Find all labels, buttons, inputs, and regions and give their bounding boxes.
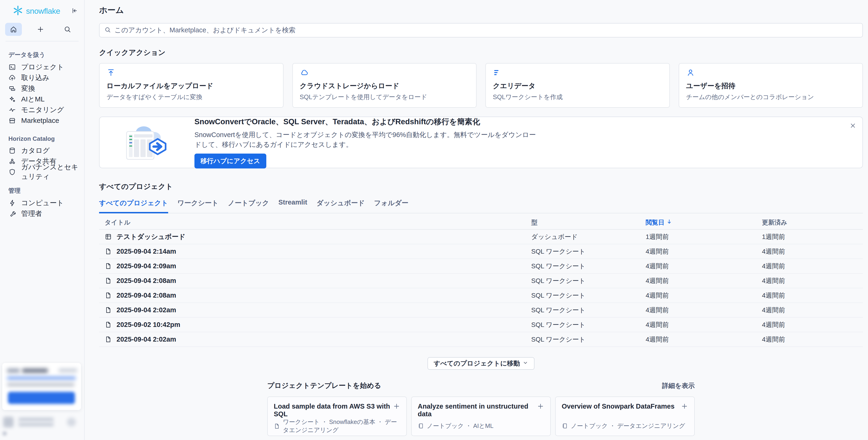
- projects-terminal-icon: [8, 63, 16, 71]
- column-type[interactable]: 型: [531, 218, 646, 227]
- redacted-primary-button[interactable]: [8, 392, 75, 404]
- quick-action-title: クエリデータ: [493, 81, 662, 91]
- sidebar-section-label: 管理: [8, 186, 84, 195]
- template-card[interactable]: Overview of Snowpark DataFrames ノートブック ・…: [555, 397, 695, 436]
- search-icon: [104, 26, 111, 34]
- avatar: [3, 417, 13, 428]
- projects-tab[interactable]: フォルダー: [374, 199, 408, 213]
- database-icon: [8, 147, 16, 154]
- table-row[interactable]: 2025-09-04 2:14am SQL ワークシート 4週間前 4週間前: [99, 244, 863, 259]
- sidebar-item[interactable]: モニタリング: [0, 105, 84, 115]
- projects-heading: すべてのプロジェクト: [99, 182, 863, 192]
- upload-arrow-icon: [106, 68, 276, 78]
- sidebar-item[interactable]: 変換: [0, 83, 84, 94]
- home-icon[interactable]: [5, 23, 22, 36]
- sidebar-item[interactable]: カタログ: [0, 145, 84, 156]
- sidebar-section: データを扱う プロジェクト 取り込み: [0, 51, 84, 126]
- sidebar-item[interactable]: 取り込み: [0, 72, 84, 83]
- quick-action-subtitle: データをすばやくテーブルに変換: [106, 93, 276, 101]
- add-template-icon[interactable]: [393, 403, 400, 411]
- sidebar-item[interactable]: ガバナンスとセキュリティ: [0, 167, 84, 177]
- sidebar-item-label: AIとML: [21, 94, 45, 104]
- quick-action-subtitle: SQLテンプレートを使用してデータをロード: [300, 93, 469, 101]
- projects-tab[interactable]: ワークシート: [178, 199, 219, 213]
- file-icon: [105, 306, 112, 314]
- row-viewed: 4週間前: [646, 306, 762, 315]
- template-card[interactable]: Load sample data from AWS S3 with SQL ワー…: [267, 397, 407, 436]
- quick-action-title: ユーザーを招待: [686, 81, 856, 91]
- row-viewed: 4週間前: [646, 320, 762, 329]
- quick-action-card[interactable]: クエリデータ SQLワークシートを作成: [486, 63, 670, 108]
- close-icon[interactable]: [848, 121, 858, 131]
- projects-tabs: すべてのプロジェクト ワークシート ノートブック Streamlit ダッシュボ…: [99, 199, 863, 213]
- quick-action-card[interactable]: ユーザーを招待 チームの他のメンバーとのコラボレーション: [679, 63, 863, 108]
- snowconvert-banner: SnowConvertでOracle、SQL Server、Teradata、お…: [99, 117, 863, 168]
- add-template-icon[interactable]: [537, 403, 544, 411]
- redacted-user-name: [19, 416, 54, 428]
- migration-hub-button[interactable]: 移行ハブにアクセス: [194, 153, 266, 169]
- main-content: ホーム このアカウント、Marketplace、およびドキュメントを検索 クイッ…: [85, 0, 868, 440]
- quick-action-title: ローカルファイルをアップロード: [106, 81, 276, 91]
- templates-section: プロジェクトテンプレートを始める 詳細を表示 Load sample data …: [267, 381, 695, 440]
- row-title: 2025-09-04 2:02am: [117, 306, 176, 314]
- show-details-link[interactable]: 詳細を表示: [662, 381, 695, 390]
- notebook-icon: [418, 423, 424, 429]
- sidebar-item[interactable]: AIとML: [0, 94, 84, 105]
- row-type: ダッシュボード: [531, 232, 646, 241]
- row-viewed: 1週間前: [646, 232, 762, 241]
- column-title[interactable]: タイトル: [99, 218, 531, 227]
- row-updated: 4週間前: [762, 335, 863, 344]
- template-meta: ノートブック ・ AIとML: [427, 422, 494, 430]
- projects-tab[interactable]: Streamlit: [278, 199, 307, 213]
- user-menu[interactable]: [3, 416, 80, 428]
- row-viewed: 4週間前: [646, 262, 762, 271]
- redacted-link: [7, 377, 76, 379]
- projects-tab[interactable]: すべてのプロジェクト: [99, 199, 168, 213]
- template-meta: ワークシート ・ Snowflakeの基本 ・ データエンジニアリング: [283, 418, 400, 434]
- column-updated[interactable]: 更新済み: [762, 218, 863, 227]
- column-viewed[interactable]: 閲覧日: [646, 218, 762, 227]
- template-card[interactable]: Analyze sentiment in unstructured data ノ…: [411, 397, 551, 436]
- search-icon[interactable]: [59, 23, 76, 36]
- sidebar: snowflake データを扱う プロジェクト: [0, 0, 85, 440]
- row-title: 2025-09-02 10:42pm: [117, 321, 180, 328]
- table-row[interactable]: 2025-09-02 10:42pm SQL ワークシート 4週間前 4週間前: [99, 318, 863, 332]
- notebook-icon: [562, 423, 568, 429]
- table-row[interactable]: 2025-09-04 2:09am SQL ワークシート 4週間前 4週間前: [99, 259, 863, 274]
- sidebar-item[interactable]: プロジェクト: [0, 62, 84, 72]
- monitoring-pulse-icon: [8, 106, 16, 114]
- snowflake-icon: [12, 5, 23, 17]
- add-template-icon[interactable]: [681, 403, 688, 411]
- share-nodes-icon: [8, 157, 16, 165]
- table-row[interactable]: 2025-09-04 2:08am SQL ワークシート 4週間前 4週間前: [99, 288, 863, 303]
- redacted-promo-popup[interactable]: [2, 363, 81, 410]
- table-row[interactable]: 2025-09-04 2:02am SQL ワークシート 4週間前 4週間前: [99, 303, 863, 318]
- global-search-input[interactable]: このアカウント、Marketplace、およびドキュメントを検索: [99, 23, 863, 37]
- sidebar-item[interactable]: コンピュート: [0, 198, 84, 208]
- projects-tab[interactable]: ダッシュボード: [316, 199, 365, 213]
- sidebar-item[interactable]: 管理者: [0, 208, 84, 219]
- sidebar-item-label: 管理者: [21, 209, 42, 218]
- table-row[interactable]: 2025-09-04 2:02am SQL ワークシート 4週間前 4週間前: [99, 332, 863, 347]
- row-viewed: 4週間前: [646, 291, 762, 300]
- quick-action-card[interactable]: クラウドストレージからロード SQLテンプレートを使用してデータをロード: [292, 63, 477, 108]
- wrench-icon: [8, 210, 16, 217]
- sidebar-item[interactable]: Marketplace: [0, 115, 84, 126]
- row-updated: 1週間前: [762, 232, 863, 241]
- projects-tab[interactable]: ノートブック: [228, 199, 269, 213]
- row-title: 2025-09-04 2:14am: [117, 247, 176, 255]
- row-title: 2025-09-04 2:02am: [117, 335, 176, 343]
- sidebar-collapse-icon[interactable]: [71, 7, 78, 15]
- quick-action-subtitle: SQLワークシートを作成: [493, 93, 662, 101]
- cloud-icon: [300, 68, 469, 78]
- table-row[interactable]: 2025-09-04 2:08am SQL ワークシート 4週間前 4週間前: [99, 274, 863, 288]
- file-icon: [274, 423, 280, 429]
- file-icon: [105, 292, 112, 299]
- go-to-all-projects-button[interactable]: すべてのプロジェクトに移動: [428, 357, 534, 370]
- table-row[interactable]: テストダッシュボード ダッシュボード 1週間前 1週間前: [99, 230, 863, 244]
- templates-heading: プロジェクトテンプレートを始める: [267, 381, 381, 390]
- snowsight-app: snowflake データを扱う プロジェクト: [0, 0, 868, 440]
- create-plus-icon[interactable]: [32, 23, 49, 36]
- file-icon: [105, 248, 112, 255]
- quick-action-card[interactable]: ローカルファイルをアップロード データをすばやくテーブルに変換: [99, 63, 283, 108]
